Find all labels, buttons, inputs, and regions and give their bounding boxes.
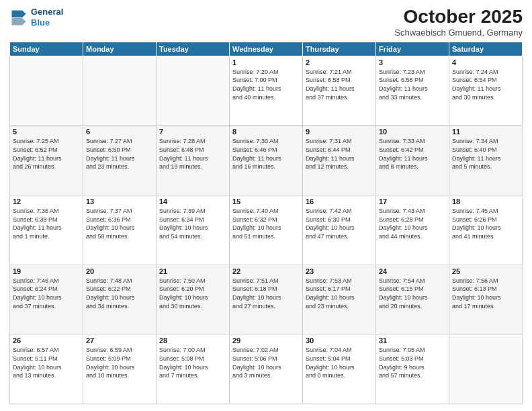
svg-marker-1 [12,10,26,17]
day-cell: 31Sunrise: 7:05 AMSunset: 5:03 PMDayligh… [376,334,449,404]
day-cell: 24Sunrise: 7:54 AMSunset: 6:15 PMDayligh… [376,265,449,334]
week-row-1: 1Sunrise: 7:20 AMSunset: 7:00 PMDaylight… [10,56,523,126]
day-number: 20 [86,267,153,275]
day-cell: 10Sunrise: 7:33 AMSunset: 6:42 PMDayligh… [376,126,449,195]
day-cell: 15Sunrise: 7:40 AMSunset: 6:32 PMDayligh… [230,195,303,265]
day-cell: 4Sunrise: 7:24 AMSunset: 6:54 PMDaylight… [449,56,523,126]
day-cell: 26Sunrise: 6:57 AMSunset: 5:11 PMDayligh… [10,334,83,404]
day-number: 14 [159,197,226,205]
week-row-4: 19Sunrise: 7:46 AMSunset: 6:24 PMDayligh… [10,265,523,334]
day-header-friday: Friday [376,42,449,56]
day-info: Sunrise: 7:56 AMSunset: 6:13 PMDaylight:… [452,277,519,310]
day-cell [449,334,523,404]
month-title: October 2025 [394,7,523,28]
day-header-tuesday: Tuesday [157,42,230,56]
day-info: Sunrise: 7:48 AMSunset: 6:22 PMDaylight:… [86,277,153,310]
day-number: 5 [13,128,80,136]
day-info: Sunrise: 7:40 AMSunset: 6:32 PMDaylight:… [232,207,300,240]
day-header-monday: Monday [83,42,157,56]
day-number: 16 [306,197,373,205]
day-number: 10 [379,128,446,136]
day-number: 28 [159,336,226,345]
day-cell: 28Sunrise: 7:00 AMSunset: 5:08 PMDayligh… [157,334,230,404]
day-info: Sunrise: 7:43 AMSunset: 6:28 PMDaylight:… [379,207,446,240]
day-info: Sunrise: 7:46 AMSunset: 6:24 PMDaylight:… [13,277,80,310]
day-header-wednesday: Wednesday [230,42,303,56]
day-cell: 11Sunrise: 7:34 AMSunset: 6:40 PMDayligh… [449,126,523,195]
day-number: 29 [232,336,300,345]
day-info: Sunrise: 7:33 AMSunset: 6:42 PMDaylight:… [379,137,446,171]
day-number: 7 [159,128,226,136]
day-number: 30 [306,336,373,345]
day-header-saturday: Saturday [449,42,523,56]
day-cell: 16Sunrise: 7:42 AMSunset: 6:30 PMDayligh… [303,195,376,265]
day-number: 18 [452,197,519,205]
day-cell: 13Sunrise: 7:37 AMSunset: 6:36 PMDayligh… [83,195,157,265]
day-number: 21 [159,267,226,275]
day-number: 9 [306,128,373,136]
day-number: 17 [379,197,446,205]
day-info: Sunrise: 7:31 AMSunset: 6:44 PMDaylight:… [306,137,373,171]
day-number: 6 [86,128,153,136]
day-number: 25 [452,267,519,275]
day-cell [83,56,157,126]
day-cell: 8Sunrise: 7:30 AMSunset: 6:46 PMDaylight… [230,126,303,195]
day-info: Sunrise: 7:36 AMSunset: 6:38 PMDaylight:… [13,207,80,240]
day-header-sunday: Sunday [10,42,83,56]
day-info: Sunrise: 7:45 AMSunset: 6:26 PMDaylight:… [452,207,519,240]
week-row-3: 12Sunrise: 7:36 AMSunset: 6:38 PMDayligh… [10,195,523,265]
day-number: 22 [232,267,300,275]
day-info: Sunrise: 7:54 AMSunset: 6:15 PMDaylight:… [379,277,446,310]
day-cell: 3Sunrise: 7:23 AMSunset: 6:56 PMDaylight… [376,56,449,126]
day-info: Sunrise: 7:28 AMSunset: 6:48 PMDaylight:… [159,137,226,171]
day-info: Sunrise: 7:21 AMSunset: 6:58 PMDaylight:… [306,68,373,101]
day-cell: 9Sunrise: 7:31 AMSunset: 6:44 PMDaylight… [303,126,376,195]
day-cell: 5Sunrise: 7:25 AMSunset: 6:52 PMDaylight… [10,126,83,195]
subtitle: Schwaebisch Gmuend, Germany [394,28,523,38]
day-info: Sunrise: 7:37 AMSunset: 6:36 PMDaylight:… [86,207,153,240]
day-info: Sunrise: 7:04 AMSunset: 5:04 PMDaylight:… [306,346,373,379]
logo-icon [9,8,28,27]
day-cell: 18Sunrise: 7:45 AMSunset: 6:26 PMDayligh… [449,195,523,265]
day-number: 3 [379,58,446,66]
day-number: 12 [13,197,80,205]
day-number: 19 [13,267,80,275]
day-info: Sunrise: 7:23 AMSunset: 6:56 PMDaylight:… [379,68,446,101]
logo: General Blue [9,7,63,28]
week-row-2: 5Sunrise: 7:25 AMSunset: 6:52 PMDaylight… [10,126,523,195]
title-block: October 2025 Schwaebisch Gmuend, Germany [394,7,523,38]
day-info: Sunrise: 7:20 AMSunset: 7:00 PMDaylight:… [232,68,300,101]
day-header-thursday: Thursday [303,42,376,56]
day-number: 26 [13,336,80,345]
day-cell: 20Sunrise: 7:48 AMSunset: 6:22 PMDayligh… [83,265,157,334]
day-cell [157,56,230,126]
day-cell: 25Sunrise: 7:56 AMSunset: 6:13 PMDayligh… [449,265,523,334]
day-cell: 7Sunrise: 7:28 AMSunset: 6:48 PMDaylight… [157,126,230,195]
header: General Blue October 2025 Schwaebisch Gm… [9,7,523,38]
day-info: Sunrise: 7:02 AMSunset: 5:06 PMDaylight:… [232,346,300,379]
day-info: Sunrise: 6:57 AMSunset: 5:11 PMDaylight:… [13,346,80,379]
day-info: Sunrise: 7:34 AMSunset: 6:40 PMDaylight:… [452,137,519,171]
week-row-5: 26Sunrise: 6:57 AMSunset: 5:11 PMDayligh… [10,334,523,404]
header-row: SundayMondayTuesdayWednesdayThursdayFrid… [10,42,523,56]
day-info: Sunrise: 7:00 AMSunset: 5:08 PMDaylight:… [159,346,226,379]
day-number: 27 [86,336,153,345]
day-cell [10,56,83,126]
day-cell: 21Sunrise: 7:50 AMSunset: 6:20 PMDayligh… [157,265,230,334]
day-number: 2 [306,58,373,66]
day-info: Sunrise: 6:59 AMSunset: 5:09 PMDaylight:… [86,346,153,379]
day-cell: 19Sunrise: 7:46 AMSunset: 6:24 PMDayligh… [10,265,83,334]
day-info: Sunrise: 7:30 AMSunset: 6:46 PMDaylight:… [232,137,300,171]
day-info: Sunrise: 7:42 AMSunset: 6:30 PMDaylight:… [306,207,373,240]
day-cell: 12Sunrise: 7:36 AMSunset: 6:38 PMDayligh… [10,195,83,265]
day-number: 1 [232,58,300,66]
day-info: Sunrise: 7:53 AMSunset: 6:17 PMDaylight:… [306,277,373,310]
day-number: 13 [86,197,153,205]
logo-text: General Blue [31,7,63,28]
day-cell: 27Sunrise: 6:59 AMSunset: 5:09 PMDayligh… [83,334,157,404]
day-number: 15 [232,197,300,205]
day-number: 23 [306,267,373,275]
day-info: Sunrise: 7:39 AMSunset: 6:34 PMDaylight:… [159,207,226,240]
day-cell: 30Sunrise: 7:04 AMSunset: 5:04 PMDayligh… [303,334,376,404]
day-info: Sunrise: 7:27 AMSunset: 6:50 PMDaylight:… [86,137,153,171]
